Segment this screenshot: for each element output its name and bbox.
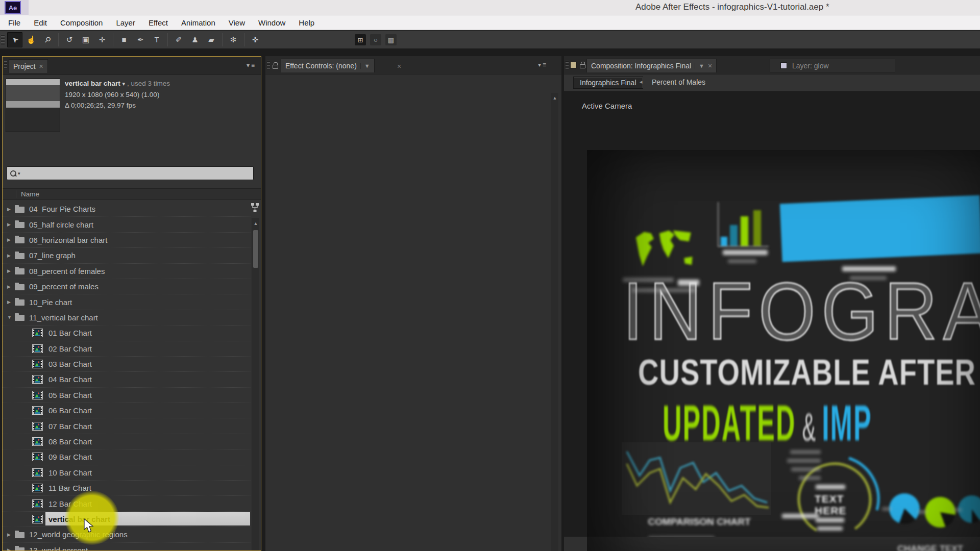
caret-icon[interactable]: ▶ [7, 222, 13, 227]
circle-text-line1: TEXT [815, 493, 844, 505]
menu-item[interactable]: Window [252, 15, 292, 30]
menu-item[interactable]: Effect [142, 15, 175, 30]
tab-composition[interactable]: Composition: Infographics Final ▼ × [586, 59, 717, 72]
lock-icon[interactable] [580, 64, 585, 68]
toolbar-grip[interactable] [1, 35, 5, 45]
list-item[interactable]: 11 Bar Chart [3, 481, 251, 496]
close-icon[interactable]: × [708, 62, 712, 70]
selection-tool[interactable]: ➤ [7, 32, 22, 47]
column-divider [16, 190, 16, 198]
list-item[interactable]: ▶ 08_percent of females [3, 264, 251, 279]
list-item[interactable]: 12 Bar Chart [3, 496, 251, 511]
roto-brush-tool[interactable]: ✻ [226, 32, 241, 47]
search-dropdown-icon[interactable]: ▾ [18, 171, 20, 176]
scroll-up-icon[interactable]: ▲ [551, 93, 558, 101]
menu-item[interactable]: Layer [109, 15, 142, 30]
menu-item[interactable]: Composition [54, 15, 109, 30]
camera-tool[interactable]: ▣ [78, 32, 93, 47]
list-item[interactable]: ▶ 05_half circle chart [3, 217, 251, 232]
tab-dropdown-icon[interactable]: ▼ [360, 63, 370, 69]
close-icon[interactable]: × [39, 62, 43, 70]
puppet-pin-tool[interactable]: ✜ [248, 32, 263, 47]
tool-icon: ✒ [137, 35, 144, 44]
scrollbar-thumb[interactable] [253, 230, 258, 268]
column-header[interactable]: Name [3, 188, 261, 200]
list-item[interactable]: ▶ 06_horizontal bar chart [3, 233, 251, 248]
hand-tool[interactable]: ☝ [23, 32, 39, 47]
pen-tool[interactable]: ✒ [133, 32, 148, 47]
list-item[interactable]: ▼ 11_vertical bar chart [3, 310, 251, 325]
tab-project[interactable]: Project × [9, 59, 48, 73]
list-item[interactable]: 09 Bar Chart [3, 449, 251, 465]
menu-item[interactable]: File [2, 15, 27, 30]
tool-icon: ✜ [252, 35, 259, 44]
list-item[interactable]: 06 Bar Chart [3, 403, 251, 418]
caret-icon[interactable]: ▶ [7, 532, 13, 537]
caret-icon[interactable]: ▶ [7, 547, 13, 550]
clone-stamp-tool[interactable]: ♟ [187, 32, 203, 47]
project-scrollbar[interactable]: ▲ [252, 218, 259, 550]
tab-layer-glow[interactable]: Layer: glow [770, 59, 895, 72]
flowchart-icon[interactable] [251, 202, 259, 215]
app-button[interactable]: Ae [0, 0, 29, 15]
pan-behind-tool[interactable]: ✛ [94, 32, 110, 47]
composition-icon [32, 468, 43, 477]
caret-icon[interactable]: ▶ [7, 299, 13, 305]
close-icon[interactable]: × [397, 62, 401, 70]
effect-controls-scrollbar[interactable]: ▲ [551, 93, 558, 551]
menu-item[interactable]: View [222, 15, 252, 30]
list-item[interactable]: 04 Bar Chart [3, 372, 251, 387]
list-item[interactable]: ▶ 04_Four Pie Charts [3, 202, 251, 217]
menu-item[interactable]: Animation [175, 15, 222, 30]
list-item[interactable]: 07 Bar Chart [3, 418, 251, 434]
panel-grip-icon[interactable] [267, 61, 270, 70]
list-item[interactable]: ▶ 10_Pie chart [3, 294, 251, 310]
lock-icon[interactable] [273, 65, 278, 69]
breadcrumb-previous[interactable]: Percent of Males [652, 78, 705, 86]
list-item[interactable]: 01 Bar Chart [3, 325, 251, 341]
list-item[interactable]: 05 Bar Chart [3, 388, 251, 403]
list-item[interactable]: 08 Bar Chart [3, 434, 251, 449]
list-item[interactable]: ▶ 07_line graph [3, 248, 251, 263]
caret-icon[interactable]: ▶ [7, 284, 13, 289]
composition-canvas[interactable]: INFOGRA CUSTOMIZABLE AFTER EF UPDATED&IM… [587, 150, 980, 551]
rotation-tool[interactable]: ↺ [62, 32, 77, 47]
composition-viewer[interactable]: Active Camera [564, 91, 980, 551]
list-item[interactable]: 10 Bar Chart [3, 465, 251, 481]
zoom-tool[interactable]: ⚲ [40, 32, 55, 47]
world-axis-mode[interactable]: ○ [370, 34, 381, 45]
caret-icon[interactable]: ▶ [7, 253, 13, 258]
item-label: 05 Bar Chart [48, 391, 92, 399]
menu-item[interactable]: Help [292, 15, 321, 30]
panel-menu-icon[interactable]: ▾ ≡ [538, 61, 546, 68]
caret-icon[interactable]: ▶ [7, 237, 13, 242]
panel-grip-icon[interactable] [566, 61, 569, 70]
shape-tool[interactable]: ■ [116, 32, 132, 47]
list-item[interactable]: ▶ 09_percent of males [3, 279, 251, 294]
menu-item[interactable]: Edit [27, 15, 54, 30]
caret-icon[interactable]: ▶ [7, 207, 13, 212]
list-item[interactable]: 02 Bar Chart [3, 341, 251, 357]
list-item[interactable]: ▶ 13_world percent [3, 543, 251, 550]
panel-menu-icon[interactable]: ▾ ≡ [247, 62, 255, 69]
panel-grip-icon[interactable] [4, 61, 7, 70]
brush-tool[interactable]: ✐ [171, 32, 186, 47]
blurred-text [882, 507, 891, 511]
search-input[interactable] [22, 169, 253, 177]
list-item[interactable]: vertical bar chart [3, 512, 251, 527]
scroll-up-icon[interactable]: ▲ [252, 218, 259, 226]
caret-icon[interactable]: ▼ [7, 315, 13, 320]
eraser-tool[interactable]: ▰ [204, 32, 219, 47]
list-item[interactable]: 03 Bar Chart [3, 357, 251, 372]
view-axis-mode[interactable]: ▦ [385, 34, 397, 45]
chevron-down-icon[interactable]: ▾ [122, 81, 126, 87]
search-box[interactable]: ▾ [7, 166, 254, 180]
type-tool[interactable]: T [149, 32, 164, 47]
breadcrumb-current[interactable]: Infographics Final [573, 77, 643, 89]
tab-dropdown-icon[interactable]: ▼ [695, 63, 704, 69]
local-axis-mode[interactable]: ⊞ [355, 34, 366, 45]
item-label: 03 Bar Chart [48, 360, 92, 368]
caret-icon[interactable]: ▶ [7, 268, 13, 273]
list-item[interactable]: ▶ 12_world geographic regions [3, 527, 251, 542]
tab-effect-controls[interactable]: Effect Controls: (none) ▼ [281, 59, 375, 72]
